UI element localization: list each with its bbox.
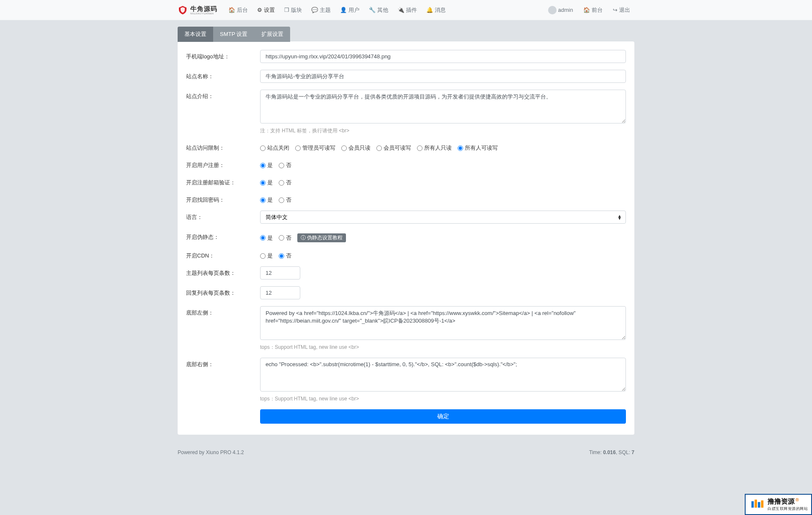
radio-pseudo-yes[interactable]: 是 bbox=[260, 234, 273, 242]
radio-cdn-no[interactable]: 否 bbox=[279, 252, 291, 260]
settings-tabs: 基本设置 SMTP 设置 扩展设置 bbox=[178, 27, 290, 42]
topbar: 牛角源码 NIUJIAOYUANMA 🏠后台 ⚙设置 ❒版块 💬主题 👤用户 🔧… bbox=[0, 0, 812, 20]
radio-access-2[interactable]: 会员只读 bbox=[341, 144, 370, 152]
select-language[interactable]: 简体中文 bbox=[260, 211, 626, 224]
textarea-footer-left[interactable]: Powered by <a href="https://1024.lkba.cn… bbox=[260, 306, 626, 340]
nav-topics[interactable]: 💬主题 bbox=[307, 3, 335, 17]
home-icon: 🏠 bbox=[228, 7, 235, 13]
label-user-reg: 开启用户注册： bbox=[186, 159, 260, 169]
bell-icon: 🔔 bbox=[426, 7, 433, 13]
radio-access-4[interactable]: 所有人只读 bbox=[417, 144, 452, 152]
note-footer-left: tops：Support HTML tag, new line use <br> bbox=[260, 344, 626, 351]
radio-email-verify-no[interactable]: 否 bbox=[279, 179, 291, 186]
radio-find-pwd-yes[interactable]: 是 bbox=[260, 196, 273, 204]
tab-smtp[interactable]: SMTP 设置 bbox=[213, 27, 255, 42]
radio-access-3[interactable]: 会员可读写 bbox=[376, 144, 411, 152]
footer-left: Powered by Xiuno PRO 4.1.2 bbox=[178, 449, 244, 455]
main-nav: 🏠后台 ⚙设置 ❒版块 💬主题 👤用户 🔧其他 🔌插件 🔔消息 bbox=[224, 3, 450, 17]
submit-button[interactable]: 确定 bbox=[260, 409, 626, 424]
label-language: 语言： bbox=[186, 211, 260, 224]
label-site-desc: 站点介绍： bbox=[186, 90, 260, 134]
nav-users[interactable]: 👤用户 bbox=[336, 3, 364, 17]
nav-user[interactable]: admin bbox=[544, 3, 577, 18]
nav-other[interactable]: 🔧其他 bbox=[365, 3, 392, 17]
footer-powered-link[interactable]: Xiuno PRO 4.1.2 bbox=[206, 449, 244, 455]
label-footer-left: 底部左侧： bbox=[186, 306, 260, 351]
avatar-icon bbox=[548, 6, 557, 14]
label-site-name: 站点名称： bbox=[186, 70, 260, 83]
radio-group-email-verify: 是 否 bbox=[260, 176, 626, 186]
radio-group-pseudo-static: 是 否 ⓘ伪静态设置教程 bbox=[260, 230, 626, 242]
label-cdn: 开启CDN： bbox=[186, 249, 260, 260]
page-footer: Powered by Xiuno PRO 4.1.2 Time: 0.016, … bbox=[171, 449, 641, 462]
input-topics-per-page[interactable] bbox=[260, 266, 300, 279]
logout-icon: ↪ bbox=[613, 7, 617, 13]
plug-icon: 🔌 bbox=[398, 7, 404, 13]
home-icon: 🏠 bbox=[583, 7, 590, 13]
label-find-pwd: 开启找回密码： bbox=[186, 193, 260, 204]
label-pseudo-static: 开启伪静态： bbox=[186, 230, 260, 242]
gear-icon: ⚙ bbox=[257, 7, 262, 13]
logo-shield-icon bbox=[178, 5, 188, 15]
logo[interactable]: 牛角源码 NIUJIAOYUANMA bbox=[178, 5, 217, 15]
settings-panel: 手机端logo地址： 站点名称： 站点介绍： 牛角源码站是一个专业的源码分享平台… bbox=[178, 41, 634, 435]
user-icon: 👤 bbox=[340, 7, 347, 13]
tab-basic[interactable]: 基本设置 bbox=[178, 27, 213, 42]
note-footer-right: tops：Support HTML tag, new line use <br> bbox=[260, 395, 626, 403]
footer-right: Time: 0.016, SQL: 7 bbox=[589, 449, 634, 455]
nav-messages[interactable]: 🔔消息 bbox=[422, 3, 450, 17]
radio-access-5[interactable]: 所有人可读写 bbox=[458, 144, 498, 152]
input-replies-per-page[interactable] bbox=[260, 286, 300, 299]
radio-group-cdn: 是 否 bbox=[260, 249, 626, 260]
textarea-site-desc[interactable]: 牛角源码站是一个专业的源码分享平台，提供各类优质的开源项目源码，为开发者们提供便… bbox=[260, 90, 626, 123]
logo-subtext: NIUJIAOYUANMA bbox=[190, 12, 217, 15]
radio-access-1[interactable]: 管理员可读写 bbox=[295, 144, 335, 152]
label-email-verify: 开启注册邮箱验证： bbox=[186, 176, 260, 186]
label-replies-per-page: 回复列表每页条数： bbox=[186, 286, 260, 299]
nav-backend[interactable]: 🏠后台 bbox=[224, 3, 252, 17]
label-mobile-logo: 手机端logo地址： bbox=[186, 50, 260, 63]
radio-cdn-yes[interactable]: 是 bbox=[260, 252, 273, 260]
nav-plugins[interactable]: 🔌插件 bbox=[393, 3, 421, 17]
badge-pseudo-tutorial[interactable]: ⓘ伪静态设置教程 bbox=[297, 233, 346, 242]
radio-group-access: 站点关闭 管理员可读写 会员只读 会员可读写 所有人只读 所有人可读写 bbox=[260, 141, 626, 152]
comment-icon: 💬 bbox=[311, 7, 318, 13]
note-site-desc: 注：支持 HTML 标签，换行请使用 <br> bbox=[260, 127, 626, 134]
label-footer-right: 底部右侧： bbox=[186, 358, 260, 403]
tab-extensions[interactable]: 扩展设置 bbox=[255, 27, 290, 42]
label-topics-per-page: 主题列表每页条数： bbox=[186, 266, 260, 279]
radio-group-find-pwd: 是 否 bbox=[260, 193, 626, 204]
nav-settings[interactable]: ⚙设置 bbox=[253, 3, 279, 17]
radio-user-reg-no[interactable]: 否 bbox=[279, 162, 291, 169]
cube-icon: ❒ bbox=[284, 7, 289, 13]
wrench-icon: 🔧 bbox=[369, 7, 376, 13]
input-site-name[interactable] bbox=[260, 70, 626, 83]
radio-access-0[interactable]: 站点关闭 bbox=[260, 144, 289, 152]
nav-logout[interactable]: ↪退出 bbox=[609, 3, 634, 17]
info-icon: ⓘ bbox=[301, 234, 306, 241]
label-access: 站点访问限制： bbox=[186, 141, 260, 152]
radio-user-reg-yes[interactable]: 是 bbox=[260, 162, 273, 169]
radio-find-pwd-no[interactable]: 否 bbox=[279, 196, 291, 204]
textarea-footer-right[interactable]: echo "Processed: <b>".substr(microtime(1… bbox=[260, 358, 626, 392]
radio-pseudo-no[interactable]: 否 bbox=[279, 234, 291, 242]
nav-frontend[interactable]: 🏠前台 bbox=[579, 3, 607, 17]
radio-group-user-reg: 是 否 bbox=[260, 159, 626, 169]
input-mobile-logo[interactable] bbox=[260, 50, 626, 63]
radio-email-verify-yes[interactable]: 是 bbox=[260, 179, 273, 186]
nav-forums[interactable]: ❒版块 bbox=[280, 3, 306, 17]
